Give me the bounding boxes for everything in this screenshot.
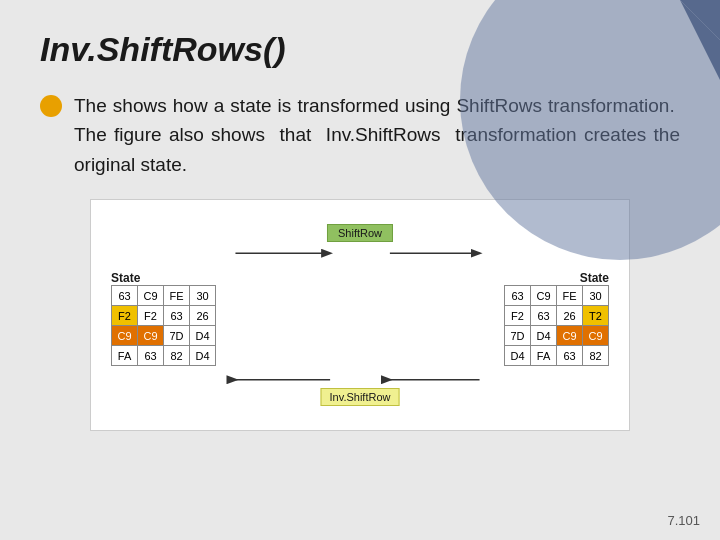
cell: C9 bbox=[138, 286, 164, 306]
cell: D4 bbox=[190, 346, 216, 366]
cell: 82 bbox=[164, 346, 190, 366]
table-row: 63 C9 FE 30 bbox=[112, 286, 216, 306]
bullet-text: The shows how a state is transformed usi… bbox=[74, 91, 680, 179]
cell: 63 bbox=[505, 286, 531, 306]
diagram-container: ShiftRow State 63 C9 FE 30 F2 bbox=[40, 199, 680, 431]
table-row: D4 FA 63 82 bbox=[505, 346, 609, 366]
table-row: 7D D4 C9 C9 bbox=[505, 326, 609, 346]
cell: 7D bbox=[164, 326, 190, 346]
top-arrow-area: ShiftRow bbox=[111, 216, 609, 271]
cell: C9 bbox=[531, 286, 557, 306]
left-state-label: State bbox=[111, 271, 216, 285]
left-state: State 63 C9 FE 30 F2 F2 63 26 bbox=[111, 271, 216, 366]
table-row: F2 F2 63 26 bbox=[112, 306, 216, 326]
right-state: State 63 C9 FE 30 F2 63 26 T2 bbox=[504, 271, 609, 366]
cell: FE bbox=[164, 286, 190, 306]
diagram: ShiftRow State 63 C9 FE 30 F2 bbox=[90, 199, 630, 431]
cell: FA bbox=[531, 346, 557, 366]
cell: 82 bbox=[583, 346, 609, 366]
right-grid: 63 C9 FE 30 F2 63 26 T2 7D bbox=[504, 285, 609, 366]
cell: T2 bbox=[583, 306, 609, 326]
cell: FA bbox=[112, 346, 138, 366]
shiftrow-label: ShiftRow bbox=[327, 224, 393, 242]
cell: D4 bbox=[190, 326, 216, 346]
cell: D4 bbox=[505, 346, 531, 366]
cell: 63 bbox=[164, 306, 190, 326]
table-row: F2 63 26 T2 bbox=[505, 306, 609, 326]
bullet-icon bbox=[40, 95, 62, 117]
table-row: 63 C9 FE 30 bbox=[505, 286, 609, 306]
cell: C9 bbox=[583, 326, 609, 346]
corner-decoration bbox=[640, 0, 720, 80]
cell: FE bbox=[557, 286, 583, 306]
grids-row: State 63 C9 FE 30 F2 F2 63 26 bbox=[111, 271, 609, 366]
cell: C9 bbox=[112, 326, 138, 346]
right-state-label: State bbox=[504, 271, 609, 285]
table-row: FA 63 82 D4 bbox=[112, 346, 216, 366]
cell: 7D bbox=[505, 326, 531, 346]
cell: F2 bbox=[505, 306, 531, 326]
cell: 63 bbox=[557, 346, 583, 366]
cell: 63 bbox=[138, 346, 164, 366]
invshiftrow-label: Inv.ShiftRow bbox=[321, 388, 400, 406]
bullet-item: The shows how a state is transformed usi… bbox=[40, 91, 680, 179]
cell: 63 bbox=[531, 306, 557, 326]
bottom-arrow-area: Inv.ShiftRow bbox=[111, 374, 609, 414]
cell: F2 bbox=[138, 306, 164, 326]
slide-title: Inv.ShiftRows() bbox=[40, 30, 680, 69]
cell: 26 bbox=[190, 306, 216, 326]
table-row: C9 C9 7D D4 bbox=[112, 326, 216, 346]
slide: Inv.ShiftRows() The shows how a state is… bbox=[0, 0, 720, 540]
cell: 63 bbox=[112, 286, 138, 306]
cell: 30 bbox=[190, 286, 216, 306]
cell: D4 bbox=[531, 326, 557, 346]
cell: F2 bbox=[112, 306, 138, 326]
cell: C9 bbox=[557, 326, 583, 346]
cell: 26 bbox=[557, 306, 583, 326]
left-grid: 63 C9 FE 30 F2 F2 63 26 C9 bbox=[111, 285, 216, 366]
page-number: 7.101 bbox=[667, 513, 700, 528]
cell: C9 bbox=[138, 326, 164, 346]
cell: 30 bbox=[583, 286, 609, 306]
